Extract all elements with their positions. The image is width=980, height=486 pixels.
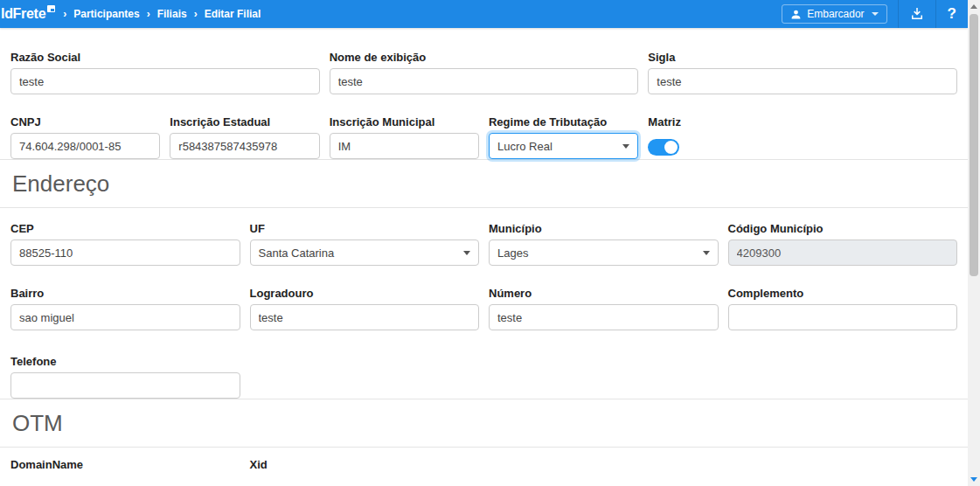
xid-label: Xid — [250, 458, 480, 471]
uf-value: Santa Catarina — [259, 246, 335, 260]
breadcrumb: › Participantes › Filiais › Editar Filia… — [63, 8, 261, 20]
municipio-group: Município Lages — [489, 222, 719, 266]
topbar: ldFrete › Participantes › Filiais › Edit… — [0, 0, 968, 28]
chevron-down-icon — [872, 12, 879, 16]
domain-name-label: DomainName — [10, 458, 240, 471]
inscricao-estadual-group: Inscrição Estadual — [170, 115, 319, 159]
breadcrumb-separator: › — [194, 8, 198, 20]
xid-group: Xid — [250, 458, 480, 476]
nome-exibicao-label: Nome de exibição — [330, 51, 639, 64]
chevron-down-icon — [622, 144, 629, 149]
inscricao-municipal-input[interactable] — [330, 133, 479, 159]
razao-social-label: Razão Social — [10, 51, 320, 64]
cnpj-group: CNPJ — [10, 115, 160, 159]
nome-exibicao-input[interactable] — [330, 68, 639, 94]
app-logo-text: ldFrete — [1, 1, 45, 27]
complemento-label: Complemento — [728, 287, 958, 300]
editar-filial-page: ldFrete › Participantes › Filiais › Edit… — [0, 0, 980, 486]
scrollbar-up-arrow-icon[interactable] — [970, 4, 977, 9]
form-row-5: Telefone — [0, 355, 968, 399]
logradouro-group: Logradouro — [250, 287, 480, 330]
numero-label: Número — [489, 287, 719, 300]
municipio-value: Lages — [497, 246, 528, 260]
user-menu-label: Embarcador — [807, 8, 864, 20]
help-button[interactable]: ? — [935, 0, 968, 28]
bairro-group: Bairro — [10, 287, 240, 330]
complemento-input[interactable] — [728, 304, 958, 330]
codigo-municipio-input — [728, 240, 958, 266]
toggle-knob — [664, 141, 678, 154]
sigla-group: Sigla — [648, 51, 957, 94]
form-row-1: Razão Social Nome de exibição Sigla — [0, 51, 968, 94]
endereco-section-title: Endereço — [0, 160, 968, 207]
regime-tributacao-label: Regime de Tributação — [489, 115, 638, 128]
complemento-group: Complemento — [728, 287, 958, 330]
app-logo[interactable]: ldFrete — [0, 1, 55, 27]
chevron-down-icon — [703, 251, 710, 255]
logradouro-input[interactable] — [250, 304, 480, 330]
cep-group: CEP — [10, 222, 240, 266]
scrollbar-thumb[interactable] — [970, 14, 978, 276]
telefone-input[interactable] — [10, 372, 240, 399]
section-divider — [0, 447, 968, 448]
razao-social-input[interactable] — [10, 68, 320, 94]
inscricao-estadual-label: Inscrição Estadual — [170, 115, 319, 128]
matriz-group: Matriz — [648, 115, 797, 159]
uf-label: UF — [250, 222, 480, 235]
inscricao-municipal-group: Inscrição Municipal — [330, 115, 479, 159]
breadcrumb-filiais[interactable]: Filiais — [157, 8, 187, 20]
cep-input[interactable] — [10, 240, 240, 266]
form-row-4: Bairro Logradouro Número Complemento — [0, 287, 968, 330]
nome-exibicao-group: Nome de exibição — [330, 51, 639, 94]
logradouro-label: Logradouro — [250, 287, 480, 300]
sigla-input[interactable] — [648, 68, 957, 94]
scrollbar-down-arrow-icon[interactable] — [970, 477, 977, 482]
breadcrumb-separator: › — [147, 8, 150, 20]
breadcrumb-editar-filial[interactable]: Editar Filial — [205, 8, 261, 20]
form-content: Razão Social Nome de exibição Sigla CNPJ… — [0, 28, 968, 476]
inscricao-estadual-input[interactable] — [170, 133, 319, 159]
chevron-down-icon — [463, 251, 470, 255]
sigla-label: Sigla — [648, 51, 957, 64]
uf-group: UF Santa Catarina — [250, 222, 480, 266]
codigo-municipio-label: Código Município — [728, 222, 958, 235]
logo-flag-icon — [47, 5, 55, 12]
cep-label: CEP — [10, 222, 240, 235]
breadcrumb-participantes[interactable]: Participantes — [73, 8, 139, 20]
download-button[interactable] — [898, 0, 935, 28]
inscricao-municipal-label: Inscrição Municipal — [330, 115, 479, 128]
numero-input[interactable] — [489, 304, 719, 330]
topbar-right: Embarcador ? — [782, 0, 968, 28]
cnpj-input[interactable] — [10, 133, 160, 159]
regime-tributacao-select[interactable]: Lucro Real — [489, 133, 638, 159]
help-label: ? — [948, 5, 956, 23]
user-icon — [790, 9, 802, 20]
form-row-3: CEP UF Santa Catarina Município Lages Có… — [0, 222, 968, 266]
row2-spacer — [808, 115, 957, 159]
regime-tributacao-value: Lucro Real — [497, 140, 553, 153]
telefone-group: Telefone — [10, 355, 240, 399]
section-divider — [0, 207, 968, 208]
domain-name-group: DomainName — [10, 458, 240, 476]
municipio-select[interactable]: Lages — [489, 240, 719, 266]
cnpj-label: CNPJ — [10, 115, 160, 128]
bairro-input[interactable] — [10, 304, 240, 330]
otm-section-title: OTM — [0, 399, 968, 447]
uf-select[interactable]: Santa Catarina — [250, 240, 480, 266]
razao-social-group: Razão Social — [10, 51, 320, 94]
municipio-label: Município — [489, 222, 719, 235]
breadcrumb-separator: › — [63, 8, 66, 20]
telefone-label: Telefone — [10, 355, 240, 368]
matriz-label: Matriz — [648, 115, 797, 128]
regime-tributacao-group: Regime de Tributação Lucro Real — [489, 115, 638, 159]
user-menu-button[interactable]: Embarcador — [782, 4, 886, 24]
form-row-2: CNPJ Inscrição Estadual Inscrição Munici… — [0, 115, 968, 159]
download-icon — [910, 7, 924, 21]
form-row-6: DomainName Xid — [0, 458, 968, 476]
numero-group: Número — [489, 287, 719, 330]
vertical-scrollbar[interactable] — [968, 0, 980, 486]
matriz-toggle[interactable] — [648, 139, 679, 156]
codigo-municipio-group: Código Município — [728, 222, 958, 266]
bairro-label: Bairro — [10, 287, 240, 300]
